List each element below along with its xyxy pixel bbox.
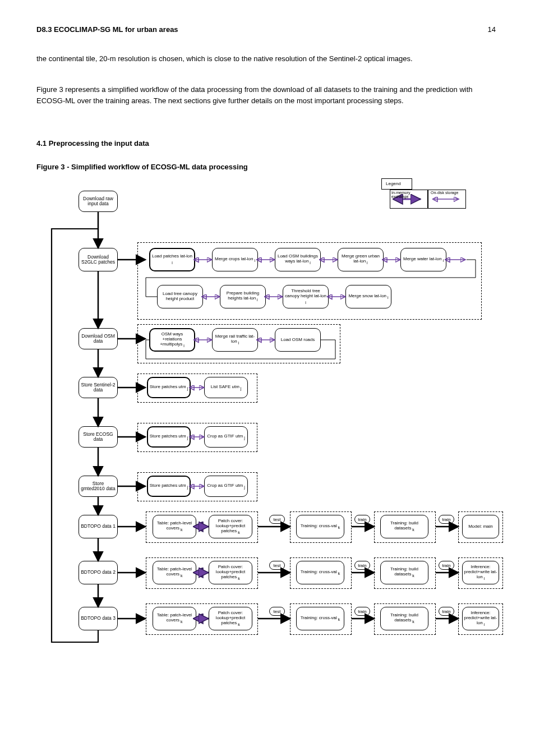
- r7-pill-2: train: [354, 561, 370, 570]
- r6-pill-2: train: [354, 515, 370, 524]
- legend-title: Legend: [386, 181, 401, 186]
- r6-pill-3: train: [439, 515, 454, 524]
- r6-c: Training: build datasets k: [380, 515, 428, 538]
- r3-a: Store patches utm j: [147, 377, 191, 398]
- r7-c: Training: build datasets k: [380, 561, 428, 584]
- r8-pill-2: train: [354, 607, 370, 616]
- step-bdtopo-1: BDTOPO data 1: [79, 515, 118, 538]
- r2-b: Merge rail traffic lat-lon i: [212, 328, 258, 352]
- r7-pill-1: test: [269, 561, 285, 570]
- r7-d: Inference: predict+write lat-lon i: [462, 561, 499, 584]
- intro-p2: Figure 3 represents a simplified workflo…: [36, 84, 496, 106]
- intro-p1: the continental tile, 20-m resolution is…: [36, 53, 496, 64]
- r8-pill-1: test: [269, 607, 285, 616]
- section-title: 4.1 Preprocessing the input data: [36, 139, 149, 147]
- r1-f: Load tree canopy height product: [157, 285, 203, 308]
- r8-b: Training: cross-val k: [296, 607, 344, 630]
- r1-e: Merge water lat-lon i: [400, 248, 446, 271]
- r6-pill-1: test: [269, 515, 285, 524]
- r1-i: Merge snow lat-lon i: [345, 285, 391, 308]
- step-bdtopo-2: BDTOPO data 2: [79, 561, 118, 584]
- legend-b: On-disk storage: [431, 191, 464, 195]
- step-store-gmted: Store gmted2010 data: [79, 476, 118, 497]
- r7-a1: Table: patch-level covers k: [153, 561, 196, 584]
- r2-a: OSM ways +relations +multipolys i: [149, 328, 195, 352]
- r7-a2: Patch cover: lookup+predict patches k: [209, 561, 252, 584]
- page-title: D8.3 ECOCLIMAP-SG ML for urban areas: [36, 25, 178, 34]
- r8-pill-3: train: [439, 607, 454, 616]
- step-download-raw: Download raw input data: [79, 191, 118, 212]
- r6-d: Model: main: [462, 515, 499, 538]
- r1-h: Threshold tree canopy height lat-lon i: [283, 285, 329, 308]
- r3-b: List SAFE utm j: [204, 377, 248, 398]
- r6-a1: Table: patch-level covers k: [153, 515, 196, 538]
- step-download-osm: Download OSM data: [79, 328, 118, 349]
- step-bdtopo-3: BDTOPO data 3: [79, 607, 118, 630]
- r1-b: Merge crops lat-lon i: [212, 248, 258, 271]
- r4-a: Store patches utm j: [147, 426, 191, 448]
- r7-b: Training: cross-val k: [296, 561, 344, 584]
- page-number: 14: [488, 25, 496, 34]
- figure-caption: Figure 3 - Simplified workflow of ECOSG-…: [36, 163, 248, 171]
- legend-a: In-memory exchange: [391, 191, 425, 199]
- r2-c: Load OSM roads: [275, 328, 321, 352]
- r4-b: Crop as GTIF utm j: [204, 426, 248, 448]
- step-store-ecosg: Store ECOSG data: [79, 426, 118, 448]
- r1-g: Prepare building heights lat-lon i: [220, 285, 266, 308]
- r1-a: Load patches lat-lon i: [149, 248, 195, 271]
- r8-a2: Patch cover: lookup+predict patches k: [209, 607, 252, 630]
- r1-c: Load OSM buildings ways lat-lon i: [275, 248, 321, 271]
- r1-d: Merge green urban lat-lon i: [338, 248, 384, 271]
- r6-b: Training: cross-val k: [296, 515, 344, 538]
- r5-a: Store patches utm j: [147, 476, 191, 497]
- r8-c: Training: build datasets k: [380, 607, 428, 630]
- r7-pill-3: train: [439, 561, 454, 570]
- r6-a2: Patch cover: lookup+predict patches k: [209, 515, 252, 538]
- r8-a1: Table: patch-level covers k: [153, 607, 196, 630]
- r8-d: Inference: predict+write lat-lon i: [462, 607, 499, 630]
- r5-b: Crop as GTIF utm j: [204, 476, 248, 497]
- step-download-s2glc: Download S2GLC patches: [79, 248, 118, 271]
- step-store-s2: Store Sentinel-2 data: [79, 377, 118, 398]
